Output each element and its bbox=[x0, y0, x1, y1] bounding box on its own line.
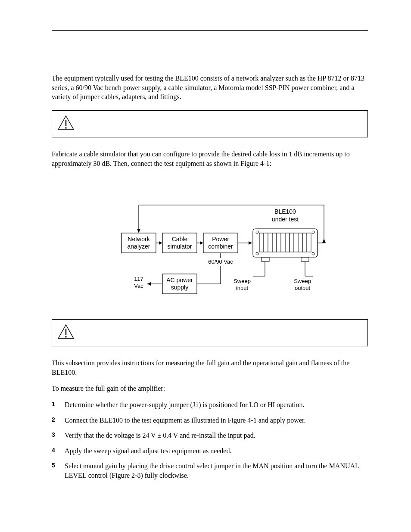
svg-marker-63 bbox=[322, 239, 326, 243]
step-text: Determine whether the power-supply jumpe… bbox=[65, 400, 368, 410]
svg-text:AC power: AC power bbox=[166, 277, 193, 283]
svg-text:simulator: simulator bbox=[168, 243, 192, 250]
svg-text:supply: supply bbox=[171, 284, 188, 291]
svg-text:output: output bbox=[295, 285, 311, 291]
gain-intro: This subsection provides instructions fo… bbox=[52, 358, 368, 377]
svg-text:Sweep: Sweep bbox=[294, 278, 311, 284]
step-number: 4 bbox=[52, 446, 65, 454]
ble100-device bbox=[253, 229, 318, 261]
step-text: Apply the sweep signal and adjust test e… bbox=[65, 446, 368, 456]
svg-marker-44 bbox=[159, 241, 162, 245]
step-number: 2 bbox=[52, 416, 65, 424]
svg-rect-37 bbox=[262, 257, 269, 261]
svg-text:Sweep: Sweep bbox=[234, 278, 251, 284]
step-text: Select manual gain by placing the drive … bbox=[65, 461, 368, 480]
fabricate-paragraph: Fabricate a cable simulator that you can… bbox=[52, 149, 368, 168]
caution-icon bbox=[57, 115, 75, 133]
svg-marker-46 bbox=[200, 241, 203, 245]
svg-text:Network: Network bbox=[128, 236, 150, 243]
test-setup-diagram: .box { fill:#fff; stroke:#000; stroke-wi… bbox=[89, 190, 330, 302]
svg-point-2 bbox=[65, 127, 67, 129]
svg-text:Vac: Vac bbox=[134, 283, 143, 289]
step-5: 5 Select manual gain by placing the driv… bbox=[52, 461, 368, 480]
svg-text:input: input bbox=[236, 285, 249, 291]
step-2: 2 Connect the BLE100 to the test equipme… bbox=[52, 416, 368, 425]
svg-text:Cable: Cable bbox=[172, 236, 188, 243]
svg-rect-38 bbox=[301, 257, 309, 261]
step-number: 1 bbox=[52, 400, 65, 408]
step-text: Connect the BLE100 to the test equipment… bbox=[65, 416, 368, 425]
svg-point-66 bbox=[65, 336, 67, 338]
svg-marker-62 bbox=[137, 229, 140, 233]
svg-text:BLE100: BLE100 bbox=[274, 208, 296, 215]
step-text: Verify that the dc voltage is 24 V ± 0.4… bbox=[65, 431, 368, 440]
step-4: 4 Apply the sweep signal and adjust test… bbox=[52, 446, 368, 456]
svg-text:combiner: combiner bbox=[208, 243, 233, 250]
caution-box-1 bbox=[52, 110, 368, 138]
step-number: 5 bbox=[52, 461, 65, 470]
gain-lead: To measure the full gain of the amplifie… bbox=[52, 384, 368, 393]
svg-text:under test: under test bbox=[272, 216, 299, 223]
svg-marker-48 bbox=[249, 241, 252, 245]
svg-text:117: 117 bbox=[134, 276, 143, 282]
step-1: 1 Determine whether the power-supply jum… bbox=[52, 400, 368, 410]
step-3: 3 Verify that the dc voltage is 24 V ± 0… bbox=[52, 431, 368, 440]
svg-marker-57 bbox=[147, 282, 151, 286]
caution-box-2 bbox=[52, 319, 368, 347]
step-number: 3 bbox=[52, 431, 65, 439]
figure-4-1: .box { fill:#fff; stroke:#000; stroke-wi… bbox=[52, 190, 368, 302]
svg-text:Power: Power bbox=[212, 236, 229, 243]
svg-text:analyzer: analyzer bbox=[128, 243, 150, 250]
svg-text:60/90 Vac: 60/90 Vac bbox=[208, 258, 233, 265]
intro-paragraph: The equipment typically used for testing… bbox=[52, 74, 368, 102]
header-rule bbox=[52, 30, 368, 31]
caution-icon bbox=[57, 324, 75, 342]
step-list: 1 Determine whether the power-supply jum… bbox=[52, 400, 368, 480]
